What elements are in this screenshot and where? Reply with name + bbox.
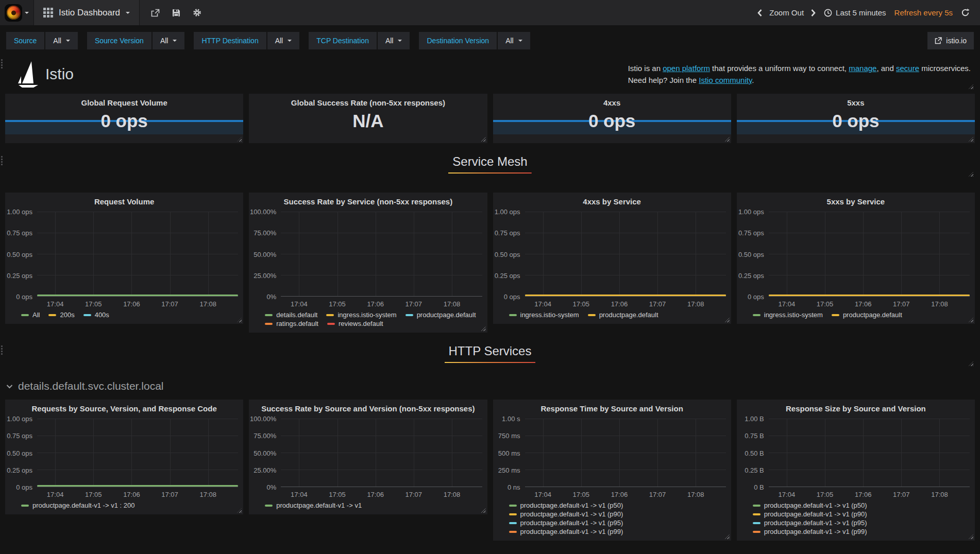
chart-title[interactable]: Request Volume (5, 193, 243, 212)
legend-item[interactable]: productpage.default-v1 -> v1 : 200 (21, 501, 134, 510)
chart-title[interactable]: Success Rate by Source and Version (non-… (249, 400, 487, 419)
istio-io-link-button[interactable]: istio.io (927, 32, 974, 49)
legend-swatch (21, 314, 29, 316)
top-navbar: Istio Dashboard (0, 0, 980, 25)
variable-value-dropdown[interactable]: All (267, 32, 300, 49)
legend-item[interactable]: productpage.default-v1 -> v1 (p90) (509, 510, 727, 518)
chart-panel-response-time-by-source-version: Response Time by Source and Version1.00 … (493, 400, 731, 541)
resize-handle[interactable] (969, 361, 973, 366)
stat-panel-title[interactable]: 5xxs (737, 94, 975, 107)
zoom-out-button[interactable]: Zoom Out (769, 8, 804, 17)
x-tick-label: 17:05 (572, 300, 589, 308)
legend-item[interactable]: productpage.default (832, 310, 902, 319)
resize-handle[interactable] (969, 137, 973, 142)
drag-handle[interactable] (1, 345, 3, 355)
istio-description-line1: Istio is an open platform that provides … (628, 62, 971, 74)
text-segment: . (752, 76, 754, 84)
legend-item[interactable]: reviews.default (327, 319, 383, 328)
y-tick-label: 25.00% (254, 466, 276, 474)
legend-item[interactable]: productpage.default (405, 310, 476, 319)
legend-item[interactable]: ingress.istio-system (326, 310, 396, 319)
y-tick-label: 750 ms (498, 432, 520, 440)
stat-panel-title[interactable]: Global Success Rate (non-5xx responses) (249, 94, 487, 107)
resize-handle[interactable] (481, 137, 486, 142)
gridline (581, 419, 582, 487)
stat-value: 0 ops (5, 111, 243, 131)
legend-item[interactable]: productpage.default-v1 -> v1 (p90) (753, 510, 971, 518)
x-tick-label: 17:08 (931, 491, 948, 498)
x-tick-label: 17:07 (161, 491, 178, 498)
plot-area: 1.00 ops0.75 ops0.50 ops0.25 ops0 ops (5, 212, 238, 297)
legend-item[interactable]: All (21, 310, 40, 319)
variable-value-dropdown[interactable]: All (498, 32, 530, 49)
refresh-button[interactable] (961, 8, 970, 17)
x-axis: 17:0417:0517:0617:0717:08 (769, 297, 970, 309)
save-button[interactable] (172, 9, 180, 17)
legend-swatch (753, 505, 761, 507)
inline-link[interactable]: Istio community (699, 76, 752, 84)
service-row-toggle[interactable]: details.default.svc.cluster.local (6, 380, 975, 392)
legend-item[interactable]: productpage.default-v1 -> v1 (p99) (753, 527, 971, 536)
http-services-chart-row: Requests by Source, Version, and Respons… (5, 400, 975, 541)
variable-value: All (53, 37, 61, 45)
variable-value-dropdown[interactable]: All (153, 32, 185, 49)
legend-label: 200s (60, 310, 74, 319)
chart-title[interactable]: Success Rate by Service (non-5xx respons… (249, 193, 487, 212)
legend-item[interactable]: productpage.default-v1 -> v1 (265, 501, 362, 510)
gridline (696, 419, 696, 487)
legend-item[interactable]: productpage.default-v1 -> v1 (p99) (509, 527, 727, 536)
share-button[interactable] (151, 9, 160, 17)
inline-link[interactable]: open platform (663, 64, 710, 73)
y-tick-label: 500 ms (498, 449, 520, 457)
inline-link[interactable]: manage (849, 64, 876, 73)
legend-item[interactable]: productpage.default-v1 -> v1 (p95) (509, 518, 727, 527)
y-tick-label: 0.50 ops (495, 250, 520, 258)
chart-panel-success-rate-by-service: Success Rate by Service (non-5xx respons… (249, 193, 487, 333)
chart-title[interactable]: Requests by Source, Version, and Respons… (5, 400, 243, 419)
resize-handle[interactable] (969, 172, 973, 177)
legend-swatch (753, 513, 761, 515)
legend-item[interactable]: 200s (48, 310, 74, 319)
legend-item[interactable]: productpage.default (588, 310, 658, 319)
time-range-picker[interactable]: Last 5 minutes (824, 8, 886, 17)
legend-item[interactable]: details.default (265, 310, 317, 319)
stat-panel-title[interactable]: 4xxs (493, 94, 731, 107)
variable-value-dropdown[interactable]: All (45, 32, 78, 49)
text-segment: Need help? Join the (628, 76, 699, 84)
istio-logo (18, 61, 39, 88)
chart-title[interactable]: Response Time by Source and Version (493, 400, 731, 419)
variable-value-dropdown[interactable]: All (378, 32, 410, 49)
legend-item[interactable]: ingress.istio-system (753, 310, 823, 319)
legend-swatch (753, 522, 761, 524)
gridline (376, 419, 376, 487)
dashboard-grid-icon (43, 8, 53, 18)
grafana-menu-button[interactable] (0, 0, 34, 25)
legend-item[interactable]: ingress.istio-system (509, 310, 579, 319)
dashboard-title-dropdown[interactable]: Istio Dashboard (34, 0, 140, 25)
settings-button[interactable] (193, 8, 201, 17)
resize-handle[interactable] (237, 137, 242, 142)
variable-group: SourceAll (6, 32, 78, 49)
legend-item[interactable]: productpage.default-v1 -> v1 (p50) (509, 501, 727, 510)
gridline (452, 212, 452, 296)
gridline (825, 212, 825, 296)
chart-title[interactable]: 4xxs by Service (493, 193, 731, 212)
refresh-interval-picker[interactable]: Refresh every 5s (894, 8, 953, 17)
legend-item[interactable]: productpage.default-v1 -> v1 (p50) (753, 501, 971, 510)
gridline (337, 419, 338, 487)
x-tick-label: 17:08 (444, 300, 461, 308)
legend-item[interactable]: productpage.default-v1 -> v1 (p95) (753, 518, 971, 527)
inline-link[interactable]: secure (896, 64, 919, 73)
legend-item[interactable]: ratings.default (265, 319, 318, 328)
time-shift-back-button[interactable] (757, 9, 762, 16)
y-tick-label: 0% (266, 293, 276, 301)
time-shift-forward-button[interactable] (811, 9, 816, 16)
chart-title[interactable]: Response Size by Source and Version (737, 400, 975, 419)
resize-handle[interactable] (725, 137, 730, 142)
legend-swatch (48, 314, 56, 316)
drag-handle[interactable] (1, 59, 3, 68)
stat-panel-title[interactable]: Global Request Volume (5, 94, 243, 107)
chart-title[interactable]: 5xxs by Service (737, 193, 975, 212)
legend-item[interactable]: 400s (83, 310, 109, 319)
drag-handle[interactable] (1, 156, 3, 165)
